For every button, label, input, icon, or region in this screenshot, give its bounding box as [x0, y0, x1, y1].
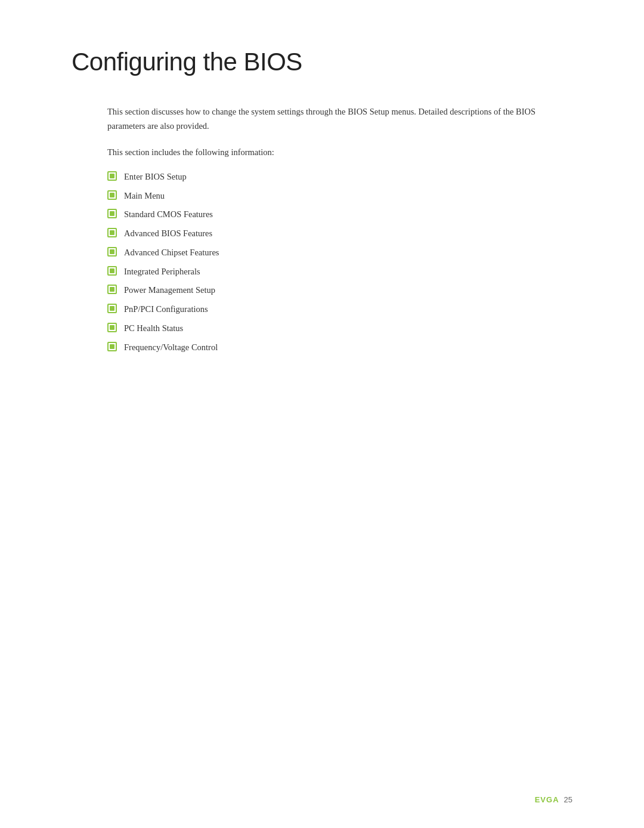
content-area: This section discusses how to change the… [107, 105, 572, 354]
page-title: Configuring the BIOS [72, 48, 572, 76]
item-label: Main Menu [124, 190, 165, 203]
checkbox-icon [107, 304, 117, 313]
intro-paragraph: This section discusses how to change the… [107, 105, 537, 134]
checkbox-icon [107, 266, 117, 276]
checklist: Enter BIOS SetupMain MenuStandard CMOS F… [107, 171, 572, 354]
list-item: PnP/PCI Configurations [107, 303, 572, 316]
item-label: Power Management Setup [124, 284, 215, 297]
page-number: 25 [564, 795, 572, 804]
checkbox-icon [107, 171, 117, 181]
item-label: Integrated Peripherals [124, 265, 200, 279]
list-item: Enter BIOS Setup [107, 171, 572, 184]
checkbox-icon [107, 228, 117, 237]
checkbox-icon [107, 247, 117, 257]
section-intro: This section includes the following info… [107, 146, 572, 160]
item-label: Frequency/Voltage Control [124, 341, 218, 354]
list-item: Standard CMOS Features [107, 208, 572, 221]
page-footer: EVGA 25 [535, 795, 572, 804]
checkbox-icon [107, 285, 117, 294]
list-item: Advanced BIOS Features [107, 227, 572, 240]
item-label: PC Health Status [124, 322, 183, 335]
checkbox-icon [107, 209, 117, 218]
list-item: Frequency/Voltage Control [107, 341, 572, 354]
brand-label: EVGA [535, 795, 559, 804]
list-item: PC Health Status [107, 322, 572, 335]
list-item: Advanced Chipset Features [107, 246, 572, 259]
checkbox-icon [107, 342, 117, 351]
checkbox-icon [107, 190, 117, 200]
list-item: Main Menu [107, 190, 572, 203]
item-label: Standard CMOS Features [124, 208, 213, 221]
item-label: Enter BIOS Setup [124, 171, 187, 184]
item-label: Advanced BIOS Features [124, 227, 212, 240]
page-container: Configuring the BIOS This section discus… [0, 0, 644, 407]
item-label: PnP/PCI Configurations [124, 303, 208, 316]
item-label: Advanced Chipset Features [124, 246, 219, 259]
list-item: Power Management Setup [107, 284, 572, 297]
list-item: Integrated Peripherals [107, 265, 572, 279]
checkbox-icon [107, 323, 117, 332]
